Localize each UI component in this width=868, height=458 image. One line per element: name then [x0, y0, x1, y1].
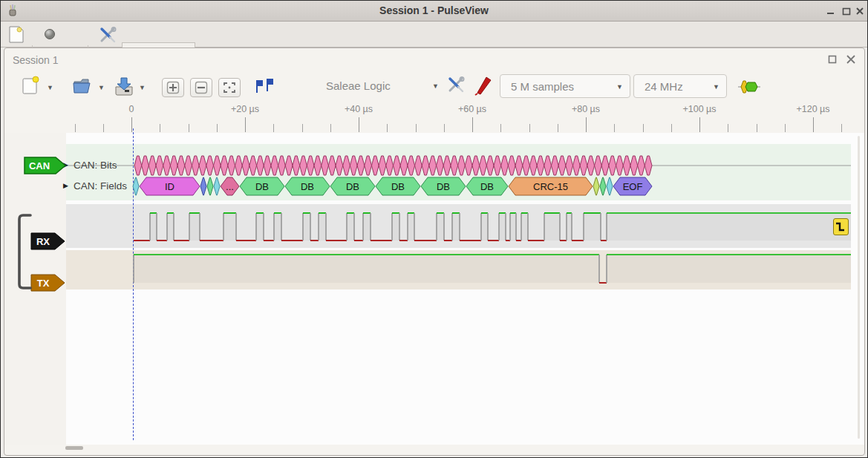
rx-trace-tag[interactable]: RX: [30, 232, 66, 250]
can-bit: [609, 156, 616, 175]
can-field-annotation: [214, 177, 220, 195]
horizontal-scrollbar-thumb[interactable]: [65, 446, 83, 450]
device-dropdown-icon: ▼: [432, 82, 439, 90]
can-bit: [177, 156, 185, 175]
trace-group-bracket[interactable]: [16, 213, 33, 290]
rx-signal-pulse: [347, 213, 354, 241]
can-bit: [480, 156, 487, 175]
add-decoder-icon[interactable]: [738, 80, 760, 94]
rx-signal-pulse: [584, 213, 601, 241]
can-field-annotation: [593, 177, 599, 195]
can-bit: [515, 156, 523, 175]
can-bit: [566, 156, 573, 175]
main-toolbar: Run Session 1 ✕: [1, 22, 867, 48]
rx-signal-pulse: [363, 213, 371, 241]
signal-plot: ID...DBDBDBDBDBDBCRC-15EOF: [4, 133, 868, 445]
can-field-label: DB: [346, 181, 359, 192]
can-bit: [192, 156, 199, 175]
can-bit: [213, 156, 221, 175]
titlebar: Session 1 - PulseView: [1, 1, 867, 22]
can-bit: [307, 156, 314, 175]
can-field-label: DB: [255, 181, 269, 192]
sample-count-value: 5 M samples: [511, 80, 574, 93]
can-bit: [206, 156, 214, 175]
zoom-fit-button[interactable]: [218, 78, 241, 97]
minimize-icon[interactable]: [826, 7, 835, 16]
fields-row-label: CAN: Fields: [74, 180, 127, 192]
can-bit: [408, 156, 415, 175]
subwindow-close-icon[interactable]: [846, 54, 856, 65]
can-bit: [400, 156, 408, 175]
zoom-out-button[interactable]: [190, 78, 212, 97]
zoom-in-button[interactable]: [162, 78, 184, 97]
can-bit: [429, 156, 437, 175]
rx-signal-pulse: [607, 213, 851, 241]
sample-rate-combo[interactable]: 24 MHz ▼: [633, 74, 727, 98]
rx-signal-pulse: [544, 213, 560, 241]
can-bit: [249, 156, 257, 175]
tx-trace-tag[interactable]: TX: [30, 274, 66, 292]
can-trace-tag[interactable]: CAN: [24, 157, 67, 174]
can-bit: [228, 156, 235, 175]
close-icon[interactable]: [855, 7, 864, 16]
tx-tag-label: TX: [37, 278, 50, 289]
can-bit: [458, 156, 466, 175]
settings-tools-icon[interactable]: [99, 27, 117, 43]
trigger-flags-icon[interactable]: [253, 78, 275, 97]
can-bit: [595, 156, 602, 175]
can-bit: [336, 156, 343, 175]
can-bit: [300, 156, 307, 175]
can-bit: [443, 156, 451, 175]
can-bit: [221, 156, 228, 175]
can-bit: [616, 156, 624, 175]
rx-signal-pulse: [481, 213, 488, 241]
can-bit: [314, 156, 322, 175]
bits-row-label: CAN: Bits: [74, 160, 117, 171]
trigger-marker[interactable]: [833, 218, 849, 235]
open-dropdown-icon[interactable]: ▼: [98, 84, 105, 91]
can-bit: [149, 156, 156, 175]
can-field-annotation: [600, 177, 606, 195]
rx-signal-pulse: [274, 213, 281, 241]
rx-signal-pulse: [499, 213, 506, 241]
save-dropdown-icon[interactable]: ▼: [139, 84, 146, 91]
can-field-label: DB: [437, 181, 450, 192]
can-bit: [573, 156, 581, 175]
open-file-icon[interactable]: [72, 76, 93, 95]
new-dropdown-icon[interactable]: ▼: [47, 84, 53, 91]
can-bit: [264, 156, 271, 175]
rx-signal-pulse: [408, 213, 414, 241]
can-bit: [156, 156, 163, 175]
can-bit: [379, 156, 386, 175]
channels-config-icon[interactable]: [448, 76, 467, 94]
maximize-icon[interactable]: [842, 7, 851, 16]
can-bit: [501, 156, 509, 175]
run-icon[interactable]: [44, 28, 56, 40]
can-bit: [257, 156, 264, 175]
can-bit: [365, 156, 372, 175]
restore-icon[interactable]: [828, 55, 837, 64]
probe-icon[interactable]: [474, 75, 494, 96]
can-bit: [451, 156, 458, 175]
can-bit: [638, 156, 645, 175]
can-bit: [322, 156, 329, 175]
device-select[interactable]: Saleae Logic ▼: [320, 75, 443, 97]
new-session-icon[interactable]: [8, 26, 25, 44]
new-file-icon[interactable]: [21, 76, 40, 95]
can-bit: [587, 156, 595, 175]
can-bit: [645, 156, 652, 175]
tx-signal-pulse: [134, 255, 599, 283]
sample-rate-value: 24 MHz: [645, 80, 683, 93]
can-field-label: DB: [301, 181, 314, 192]
can-bit: [623, 156, 630, 175]
save-icon[interactable]: [114, 75, 134, 96]
rx-tag-label: RX: [36, 236, 50, 247]
sample-count-combo[interactable]: 5 M samples ▼: [500, 74, 630, 98]
can-field-label: CRC-15: [533, 181, 568, 192]
can-bit: [371, 156, 379, 175]
rx-signal-pulse: [189, 213, 200, 241]
can-field-label: DB: [391, 181, 405, 192]
can-bit: [271, 156, 278, 175]
sample-count-dropdown-icon: ▼: [616, 83, 623, 91]
fields-expander-icon[interactable]: ▶: [63, 182, 68, 189]
